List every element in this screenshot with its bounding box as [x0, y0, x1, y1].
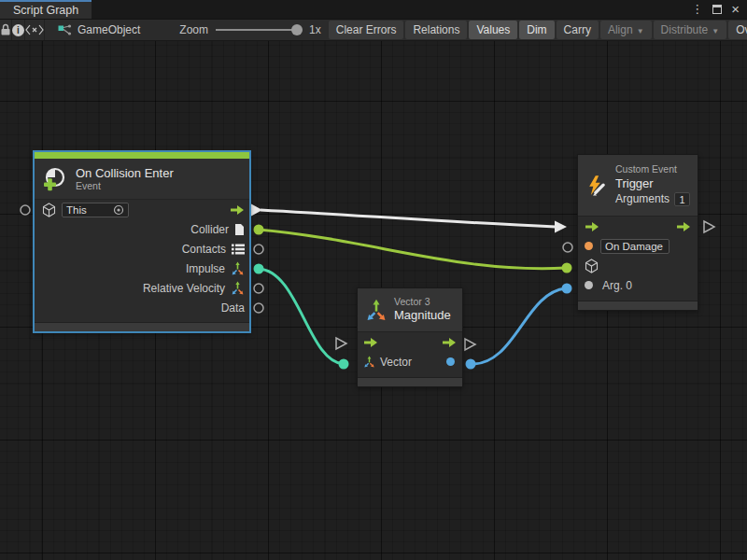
node-trigger-custom-event[interactable]: Custom Event Trigger Arguments 1 On Dama…: [577, 154, 698, 311]
carry-button[interactable]: Carry: [557, 21, 599, 39]
arg0-port-dot[interactable]: [585, 281, 593, 289]
wire-magnitude-to-arg0[interactable]: [471, 288, 566, 364]
event-name-field[interactable]: On Damage: [600, 239, 669, 254]
window-menu-icon[interactable]: ⋮: [691, 3, 703, 16]
node-type-label: Vector 3: [394, 296, 451, 308]
cube-icon: [585, 259, 599, 273]
port-contacts-output[interactable]: [254, 245, 263, 254]
port-row-event-name: On Damage: [578, 236, 698, 256]
port-collider-output[interactable]: [254, 225, 264, 235]
port-row-collider: Collider: [35, 219, 249, 239]
zoom-control: Zoom 1x: [179, 23, 328, 36]
port-event-target-input[interactable]: [562, 263, 572, 273]
port-row-contacts: Contacts: [35, 239, 249, 259]
flow-in-arrow-icon[interactable]: [585, 221, 599, 232]
zoom-label: Zoom: [179, 23, 208, 36]
dim-button[interactable]: Dim: [519, 21, 554, 39]
node-ports: This Collider Contacts: [35, 200, 249, 317]
node-title: Magnitude: [394, 308, 451, 323]
port-event-name-input[interactable]: [563, 243, 572, 252]
port-row-target: This: [35, 200, 249, 219]
inspector-button[interactable]: i: [12, 20, 25, 40]
zoom-slider[interactable]: [216, 24, 302, 35]
event-name-port-dot[interactable]: [585, 242, 593, 250]
port-flow-output[interactable]: [251, 204, 262, 217]
port-magnitude-flow-input[interactable]: [336, 338, 346, 349]
port-row-data: Data: [35, 298, 249, 317]
gameobject-breadcrumb[interactable]: GameObject: [45, 23, 149, 36]
custom-event-icon: [585, 172, 609, 200]
object-picker-icon[interactable]: [113, 204, 124, 216]
arguments-count-field[interactable]: 1: [674, 192, 690, 206]
close-icon[interactable]: ×: [731, 3, 740, 16]
target-input-field[interactable]: This: [62, 203, 129, 217]
vector3-icon: [365, 299, 388, 321]
node-header: Custom Event Trigger Arguments 1: [578, 155, 698, 217]
collision-event-icon: [43, 167, 67, 191]
flow-in-arrow-icon[interactable]: [363, 337, 378, 348]
port-arg0-input[interactable]: [562, 284, 572, 294]
zoom-value: 1x: [309, 23, 321, 36]
code-icon: [25, 24, 44, 35]
wire-flow-collision-to-trigger[interactable]: [261, 210, 556, 227]
toolbar-buttons: Clear Errors Relations Values Dim Carry …: [329, 21, 747, 39]
port-target-input[interactable]: [21, 205, 30, 215]
zoom-slider-track: [216, 29, 302, 31]
node-header: On Collision Enter Event: [35, 159, 249, 200]
port-row-vector: Vector: [358, 352, 462, 371]
node-title: On Collision Enter: [76, 166, 174, 180]
flow-row: [358, 332, 462, 352]
port-row-impulse: Impulse: [35, 259, 249, 278]
port-vector-input[interactable]: [339, 359, 349, 370]
clear-errors-button[interactable]: Clear Errors: [329, 21, 404, 39]
vector3-icon: [231, 261, 245, 275]
flow-out-arrow-icon[interactable]: [442, 337, 457, 348]
node-footer: [35, 322, 249, 331]
cube-icon: [42, 203, 56, 217]
lock-icon: [0, 23, 11, 36]
node-color-bar: [35, 152, 249, 159]
graph-icon: [58, 24, 72, 36]
node-footer: [358, 377, 462, 386]
flow-out-arrow-icon[interactable]: [676, 221, 691, 232]
wire-flow-arrowhead: [555, 221, 567, 233]
wire-impulse-to-vector[interactable]: [259, 269, 344, 364]
port-impulse-output[interactable]: [254, 264, 264, 274]
node-header: Vector 3 Magnitude: [358, 288, 462, 332]
graph-toolbar: i GameObject Zoom 1x Clear Errors Relati…: [0, 19, 747, 41]
relations-button[interactable]: Relations: [405, 21, 467, 39]
window-controls: ⋮ ×: [691, 0, 747, 19]
port-row-relative-velocity: Relative Velocity: [35, 278, 249, 298]
vector3-icon: [363, 356, 375, 368]
window-tab-bar: Script Graph ⋮ ×: [0, 0, 747, 19]
align-dropdown[interactable]: Align▼: [600, 21, 652, 39]
port-trigger-flow-output[interactable]: [704, 221, 714, 232]
values-button[interactable]: Values: [469, 21, 517, 39]
flow-row: [578, 217, 698, 236]
node-vector3-magnitude[interactable]: Vector 3 Magnitude Vector: [357, 287, 463, 387]
node-on-collision-enter[interactable]: On Collision Enter Event This: [33, 150, 251, 333]
port-magnitude-flow-output[interactable]: [465, 339, 475, 350]
chevron-down-icon: ▼: [712, 27, 719, 35]
port-row-event-target: [578, 256, 698, 275]
graph-canvas[interactable]: On Collision Enter Event This: [0, 41, 747, 560]
zoom-slider-handle[interactable]: [291, 24, 303, 35]
wire-collider-to-target[interactable]: [259, 230, 566, 269]
port-data-output[interactable]: [254, 303, 263, 313]
overview-button[interactable]: Overv: [728, 21, 747, 39]
distribute-dropdown[interactable]: Distribute▼: [654, 21, 727, 39]
maximize-icon[interactable]: [712, 5, 722, 14]
code-preview-button[interactable]: [25, 20, 45, 40]
flow-out-arrow-icon[interactable]: [230, 204, 245, 216]
port-relative-velocity-output[interactable]: [254, 284, 263, 293]
port-magnitude-value-output[interactable]: [466, 359, 476, 370]
vector-output-dot[interactable]: [446, 357, 455, 366]
node-subtitle: Event: [76, 180, 174, 191]
lock-button[interactable]: [0, 20, 12, 40]
info-icon: i: [12, 24, 24, 36]
port-row-arg0: Arg. 0: [578, 275, 698, 295]
chevron-down-icon: ▼: [637, 27, 644, 35]
tab-script-graph[interactable]: Script Graph: [0, 0, 92, 19]
gameobject-label: GameObject: [78, 23, 140, 36]
vector3-icon: [231, 281, 245, 295]
